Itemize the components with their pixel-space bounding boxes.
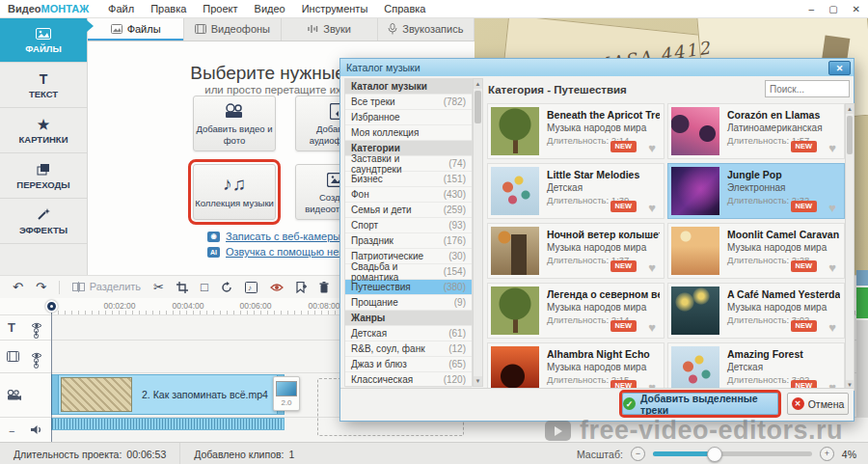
- menu-item[interactable]: Видео: [255, 3, 285, 14]
- music-track-card[interactable]: Moonlit Camel Caravan (Orie... Музыка на…: [667, 223, 845, 279]
- sidebar-item-effects[interactable]: ЭФФЕКТЫ: [0, 199, 87, 244]
- track-title: Amazing Forest: [727, 348, 840, 360]
- speaker-icon[interactable]: [31, 424, 42, 437]
- tab-bar: Файлы Видеофоны Звуки Звукозапись: [88, 17, 475, 41]
- tab-videobackgrounds[interactable]: Видеофоны: [184, 17, 281, 41]
- bookmark-add-button[interactable]: [296, 282, 307, 293]
- zoom-slider-knob[interactable]: [707, 447, 722, 462]
- zoom-slider[interactable]: [653, 451, 812, 456]
- scroll-up-icon[interactable]: ▲: [846, 104, 854, 114]
- link-icon[interactable]: [32, 358, 41, 370]
- category-item[interactable]: Семья и дети (259): [345, 203, 472, 218]
- menu-item[interactable]: Правка: [150, 3, 186, 14]
- tab-recording[interactable]: Звукозапись: [378, 17, 475, 41]
- split-button[interactable]: Разделить: [72, 282, 141, 292]
- music-track-card[interactable]: Little Star Melodies Детская Длительност…: [487, 163, 665, 219]
- undo-button[interactable]: ↶: [13, 281, 23, 293]
- category-item[interactable]: Все треки (782): [345, 95, 472, 110]
- category-item[interactable]: R&B, соул, фанк (12): [345, 341, 472, 357]
- category-count: (380): [444, 282, 466, 292]
- category-item[interactable]: Каталог музыки: [345, 79, 472, 95]
- timeline-clip[interactable]: 2. Как запоминать всё.mp4: [51, 374, 285, 415]
- category-item[interactable]: Жанры: [345, 311, 472, 326]
- delete-button[interactable]: [319, 282, 329, 293]
- sidebar-item-files[interactable]: ФАЙЛЫ: [0, 17, 87, 63]
- music-track-card[interactable]: Jungle Pop Электронная Длительность: 2:3…: [667, 163, 845, 219]
- scroll-down-icon[interactable]: ▼: [474, 376, 482, 386]
- dialog-close-button[interactable]: ✕: [828, 61, 851, 75]
- clip-audio-waveform[interactable]: [51, 418, 285, 430]
- transition-chip[interactable]: 2.0: [273, 376, 300, 411]
- add-selected-tracks-button[interactable]: ✓ Добавить выделенные треки: [622, 393, 778, 415]
- music-track-card[interactable]: Легенда о северном ветре Музыка народов …: [487, 283, 665, 339]
- menu-item[interactable]: Инструменты: [302, 3, 368, 14]
- scroll-up-icon[interactable]: ▲: [474, 79, 482, 89]
- category-item[interactable]: Детская (61): [345, 326, 472, 341]
- menu-item[interactable]: Справка: [384, 3, 425, 14]
- track-genre: Музыка народов мира: [547, 123, 646, 133]
- category-item[interactable]: Классическая (120): [345, 372, 472, 388]
- sidebar-item-transitions[interactable]: ПЕРЕХОДЫ: [0, 153, 87, 199]
- rotate-button[interactable]: [221, 282, 232, 293]
- favorite-icon[interactable]: ♥: [648, 141, 656, 155]
- category-item[interactable]: Моя коллекция: [345, 125, 472, 141]
- zoom-out-button[interactable]: −: [631, 447, 645, 461]
- favorite-icon[interactable]: ♥: [648, 260, 656, 275]
- cut-button[interactable]: ✂: [153, 281, 164, 293]
- music-track-card[interactable]: Alhambra Night Echo Музыка народов мира …: [487, 342, 665, 391]
- music-track-card[interactable]: Amazing Forest Детская Длительность: 3:0…: [667, 342, 845, 391]
- music-track-card[interactable]: Beneath the Apricot Tree Музыка народов …: [487, 103, 665, 159]
- tab-sounds[interactable]: Звуки: [282, 17, 378, 41]
- category-item[interactable]: Фон (430): [345, 187, 472, 203]
- category-item[interactable]: Заставки и саундтреки (74): [345, 156, 472, 172]
- category-item[interactable]: Праздник (176): [345, 233, 472, 249]
- category-item[interactable]: Избранное: [345, 110, 472, 125]
- close-button[interactable]: ✕: [853, 4, 860, 14]
- favorite-icon[interactable]: ♥: [828, 320, 836, 335]
- zoom-in-button[interactable]: +: [820, 447, 834, 461]
- trash-icon: [319, 282, 329, 293]
- category-item[interactable]: Спорт (93): [345, 218, 472, 233]
- favorite-icon[interactable]: ♥: [648, 320, 656, 335]
- category-count: (30): [448, 251, 466, 261]
- category-scrollbar[interactable]: ▲ ▼: [473, 78, 483, 387]
- category-item[interactable]: Джаз и блюз (65): [345, 357, 472, 372]
- favorite-icon[interactable]: ♥: [828, 141, 836, 155]
- music-track-card[interactable]: Corazón en Llamas Латиноамериканская Дли…: [667, 103, 845, 159]
- category-item[interactable]: Свадьба и романтика (154): [345, 264, 472, 280]
- favorite-icon[interactable]: ♥: [648, 201, 656, 215]
- playhead[interactable]: [45, 300, 58, 313]
- record-webcam-link[interactable]: ◉ Записать с веб-камеры: [207, 231, 340, 242]
- favorite-icon[interactable]: ♥: [828, 201, 836, 215]
- sidebar-item-pictures[interactable]: ★ КАРТИНКИ: [0, 108, 87, 153]
- transition-duration: 2.0: [281, 398, 291, 407]
- maximize-button[interactable]: ▢: [828, 4, 837, 14]
- tab-files[interactable]: Файлы: [88, 17, 184, 41]
- music-frame-button[interactable]: ♪: [245, 282, 258, 293]
- category-item[interactable]: Прощание (9): [345, 295, 472, 311]
- chroma-key-button[interactable]: [270, 283, 284, 292]
- watermark: free-video-editors.ru: [545, 416, 843, 446]
- music-collection-button[interactable]: ♪♫ Коллекция музыки: [193, 164, 276, 220]
- link-icon[interactable]: [32, 328, 41, 341]
- collapse-icon[interactable]: −: [9, 426, 14, 437]
- add-video-photo-button[interactable]: Добавить видео и фото: [193, 96, 276, 151]
- crop-button[interactable]: [176, 282, 188, 293]
- redo-button[interactable]: ↷: [36, 281, 46, 293]
- track-grid-scrollbar[interactable]: ▲ ▼: [845, 103, 854, 391]
- sidebar-item-text[interactable]: T ТЕКСТ: [0, 63, 87, 108]
- music-track-card[interactable]: A Café Named Yesterday Музыка народов ми…: [667, 283, 845, 339]
- image-icon: [36, 25, 51, 41]
- search-input[interactable]: [765, 80, 850, 97]
- favorite-icon[interactable]: ♥: [828, 260, 836, 275]
- new-badge: NEW: [791, 320, 818, 332]
- minimize-button[interactable]: –: [809, 4, 815, 14]
- category-item[interactable]: Путешествия (380): [345, 280, 472, 295]
- cancel-button[interactable]: ✕ Отмена: [787, 393, 849, 415]
- title-bar: ВидеоМОНТАЖ ФайлПравкаПроектВидеоИнструм…: [0, 0, 868, 18]
- music-track-card[interactable]: Ночной ветер колышет по... Музыка народо…: [487, 223, 665, 279]
- track-genre: Музыка народов мира: [547, 242, 646, 253]
- stop-frame-button[interactable]: □: [201, 281, 208, 293]
- menu-item[interactable]: Проект: [203, 3, 237, 14]
- menu-item[interactable]: Файл: [108, 3, 134, 14]
